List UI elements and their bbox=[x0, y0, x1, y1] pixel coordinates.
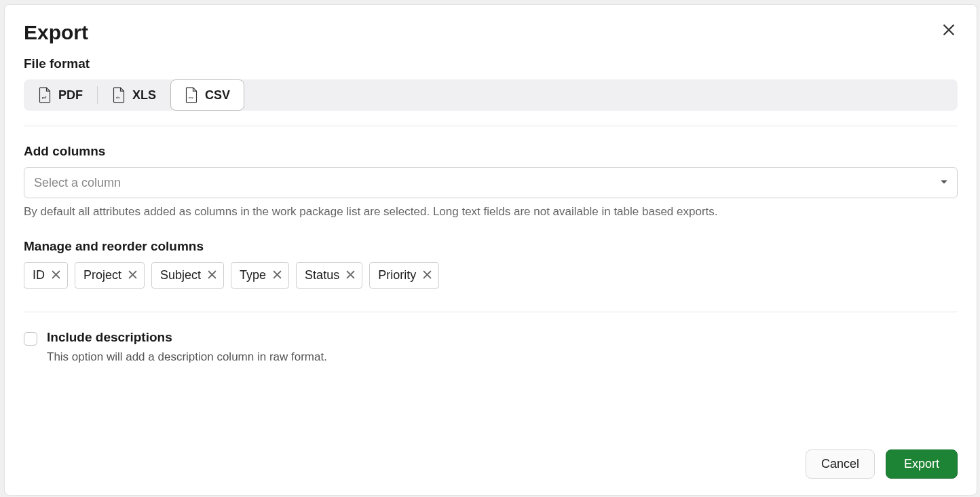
remove-column-button[interactable] bbox=[273, 270, 282, 281]
include-descriptions-desc: This option will add a description colum… bbox=[47, 350, 327, 364]
divider bbox=[24, 312, 958, 312]
include-descriptions-label[interactable]: Include descriptions bbox=[47, 330, 327, 345]
close-icon bbox=[128, 270, 137, 281]
format-option-xls[interactable]: xlsXLS bbox=[98, 79, 170, 111]
column-chip-label: Status bbox=[305, 268, 339, 282]
close-button[interactable] bbox=[940, 21, 958, 41]
file-pdf-icon: pdf bbox=[38, 87, 52, 103]
export-modal: Export File format pdfPDFxlsXLScsvCSV Ad… bbox=[4, 4, 977, 496]
divider bbox=[24, 126, 958, 126]
add-columns-select[interactable]: Select a column bbox=[24, 167, 958, 198]
add-columns-helper: By default all attributes added as colum… bbox=[24, 205, 958, 219]
column-chip-label: Type bbox=[240, 268, 266, 282]
file-csv-icon: csv bbox=[185, 87, 198, 103]
cancel-button[interactable]: Cancel bbox=[806, 449, 875, 479]
modal-header: Export bbox=[24, 21, 958, 56]
modal-title: Export bbox=[24, 21, 88, 44]
column-chip[interactable]: Status bbox=[296, 262, 362, 289]
column-chip-label: Project bbox=[83, 268, 121, 282]
add-columns-select-wrap: Select a column bbox=[24, 167, 958, 198]
column-chip[interactable]: Project bbox=[75, 262, 145, 289]
remove-column-button[interactable] bbox=[346, 270, 355, 281]
column-chip[interactable]: Priority bbox=[369, 262, 439, 289]
column-chip-label: Priority bbox=[378, 268, 416, 282]
close-icon bbox=[52, 270, 60, 281]
format-option-label: PDF bbox=[58, 88, 83, 103]
file-format-toggle: pdfPDFxlsXLScsvCSV bbox=[24, 79, 958, 111]
column-chip[interactable]: Subject bbox=[151, 262, 224, 289]
column-chip-label: Subject bbox=[160, 268, 201, 282]
file-format-label: File format bbox=[24, 56, 958, 71]
svg-text:xls: xls bbox=[116, 96, 120, 99]
format-option-csv[interactable]: csvCSV bbox=[170, 79, 244, 111]
svg-text:pdf: pdf bbox=[42, 96, 47, 99]
close-icon bbox=[273, 270, 282, 281]
column-chip-label: ID bbox=[33, 268, 45, 282]
column-chip[interactable]: ID bbox=[24, 262, 68, 289]
file-xls-icon: xls bbox=[112, 87, 126, 103]
include-descriptions-checkbox[interactable] bbox=[24, 332, 37, 346]
export-button[interactable]: Export bbox=[886, 449, 958, 479]
remove-column-button[interactable] bbox=[128, 270, 137, 281]
column-chip[interactable]: Type bbox=[231, 262, 289, 289]
include-descriptions-row: Include descriptions This option will ad… bbox=[24, 330, 958, 364]
modal-footer: Cancel Export bbox=[24, 436, 958, 479]
remove-column-button[interactable] bbox=[423, 270, 432, 281]
close-icon bbox=[208, 270, 216, 281]
remove-column-button[interactable] bbox=[208, 270, 216, 281]
close-icon bbox=[346, 270, 355, 281]
add-columns-placeholder: Select a column bbox=[34, 176, 121, 190]
manage-columns-label: Manage and reorder columns bbox=[24, 239, 958, 254]
add-columns-label: Add columns bbox=[24, 144, 958, 159]
svg-text:csv: csv bbox=[189, 96, 194, 99]
close-icon bbox=[423, 270, 432, 281]
format-option-label: XLS bbox=[132, 88, 156, 103]
format-option-pdf[interactable]: pdfPDF bbox=[24, 79, 97, 111]
remove-column-button[interactable] bbox=[52, 270, 60, 281]
format-option-label: CSV bbox=[205, 88, 230, 103]
close-icon bbox=[943, 24, 955, 39]
column-chips: IDProjectSubjectTypeStatusPriority bbox=[24, 262, 958, 289]
